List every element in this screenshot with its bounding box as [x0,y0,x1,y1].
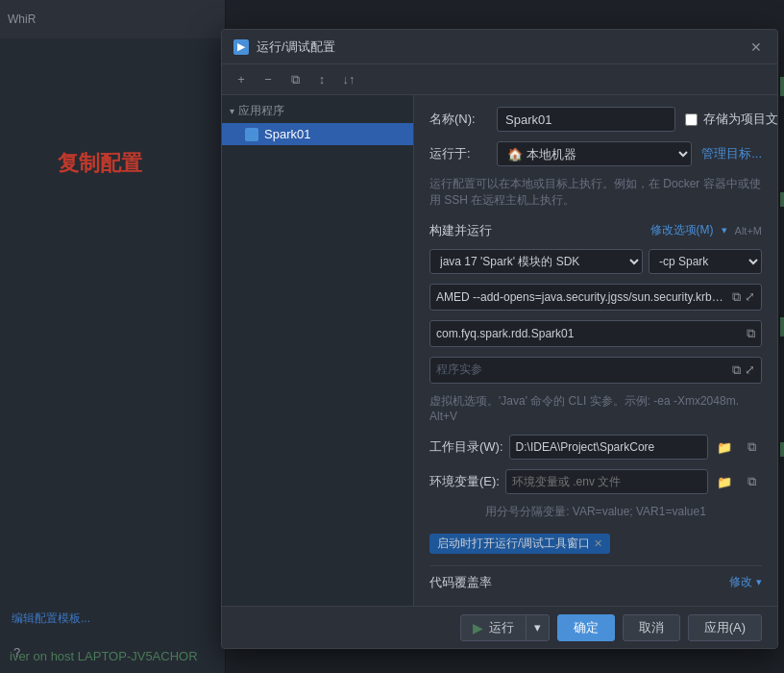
run-on-select[interactable]: 🏠 本地机器 [497,141,692,166]
sdk-classpath-row: java 17 'Spark' 模块的 SDK -cp Spark [429,249,762,274]
run-debug-dialog: ▶ 运行/调试配置 ✕ + − ⧉ ↕ ↓↑ ▾ 应用程序 Spark01 [221,29,778,649]
coverage-title: 代码覆盖率 [429,574,492,591]
copy-config-button[interactable]: ⧉ [283,68,306,91]
edit-template-link[interactable]: 编辑配置模板... [12,611,90,627]
modify-options-shortcut: Alt+M [735,225,762,237]
work-dir-row: 工作目录(W): 📁 ⧉ [429,435,762,460]
open-tools-chip: 启动时打开运行/调试工具窗口 ✕ [429,534,610,554]
save-to-file-row: 存储为项目文件(S) 🔍 [685,111,777,128]
vm-args-row[interactable]: AMED --add-opens=java.security.jgss/sun.… [429,284,762,311]
tree-item-icon [245,128,258,141]
green-bar-2 [780,192,784,207]
open-tools-row: 启动时打开运行/调试工具窗口 ✕ [429,534,762,554]
green-bar-4 [780,442,784,457]
save-to-file-label: 存储为项目文件(S) [703,111,777,128]
sort-config-button[interactable]: ↕ [310,68,333,91]
program-args-expand-icon[interactable]: ⤢ [745,362,755,377]
filter-config-button[interactable]: ↓↑ [337,68,360,91]
remove-config-button[interactable]: − [257,68,280,91]
run-button[interactable]: ▶ 运行 ▾ [460,614,550,641]
green-bar-3 [780,317,784,336]
ide-sidebar: WhiR 复制配置 [0,0,226,673]
env-vars-row: 环境变量(E): 📁 ⧉ [429,469,762,494]
run-dropdown-button[interactable]: ▾ [527,615,549,640]
work-dir-label: 工作目录(W): [429,438,503,456]
dialog-titlebar: ▶ 运行/调试配置 ✕ [222,30,777,64]
green-bar-1 [780,77,784,96]
main-class-row[interactable]: com.fyq.spark.rdd.Spark01 ⧉ [429,320,762,347]
add-config-button[interactable]: + [230,68,253,91]
build-section-title: 构建并运行 [429,222,492,239]
modify-options-link[interactable]: 修改选项(M) [650,222,714,238]
modify-options-chevron: ▾ [722,224,727,237]
tree-item-label: Spark01 [264,127,310,141]
name-input[interactable] [497,107,675,132]
tree-item-spark01[interactable]: Spark01 [222,123,413,145]
run-dropdown-chevron: ▾ [534,620,541,635]
sdk-select[interactable]: java 17 'Spark' 模块的 SDK [429,249,643,274]
name-label: 名称(N): [429,111,487,128]
work-dir-folder-icon[interactable]: 📁 [714,436,735,458]
tree-group-label: 应用程序 [238,103,284,119]
coverage-modify-link[interactable]: 修改 [729,574,752,590]
run-label: 运行 [489,619,514,636]
dialog-body: ▾ 应用程序 Spark01 名称(N): 存储为项目文件(S) 🔍 [222,95,777,606]
main-class-copy-icon[interactable]: ⧉ [747,326,755,341]
dialog-toolbar: + − ⧉ ↕ ↓↑ [222,64,777,95]
work-dir-input[interactable] [509,435,708,460]
help-question[interactable]: ? [13,645,20,660]
run-main-area[interactable]: ▶ 运行 [461,615,527,640]
dialog-footer: ▶ 运行 ▾ 确定 取消 应用(A) [222,606,777,648]
coverage-chevron: ▾ [756,576,762,588]
env-hint-text: 用分号分隔变量: VAR=value; VAR1=value1 [429,504,762,520]
save-to-file-checkbox[interactable] [685,113,698,126]
env-vars-label: 环境变量(E): [429,473,500,490]
dialog-title-text: 运行/调试配置 [257,38,747,56]
manage-targets-link[interactable]: 管理目标... [701,145,762,162]
dialog-title-icon: ▶ [233,39,249,55]
open-tools-label: 启动时打开运行/调试工具窗口 [437,536,590,552]
cancel-button[interactable]: 取消 [623,614,680,641]
classpath-select[interactable]: -cp Spark [649,249,762,274]
sidebar-header: WhiR [0,0,225,38]
build-section-header: 构建并运行 修改选项(M) ▾ Alt+M [429,222,762,239]
coverage-header: 代码覆盖率 修改 ▾ [429,565,762,591]
sidebar-title: WhiR [8,12,36,26]
work-dir-copy-icon[interactable]: ⧉ [741,436,762,458]
env-folder-icon[interactable]: 📁 [714,471,735,492]
config-panel: 名称(N): 存储为项目文件(S) 🔍 运行于: 🏠 本地机器 管理目标... … [414,95,777,606]
run-on-label: 运行于: [429,145,487,162]
env-vars-input[interactable] [505,469,708,494]
run-on-hint: 运行配置可以在本地或目标上执行。例如，在 Docker 容器中或使用 SSH 在… [429,176,762,209]
run-triangle-icon: ▶ [473,620,483,636]
env-copy-icon[interactable]: ⧉ [741,471,762,492]
tree-group-arrow: ▾ [230,106,234,116]
vm-hint-text: 虚拟机选项。'Java' 命令的 CLI 实参。示例: -ea -Xmx2048… [429,393,762,426]
vm-args-container: ➜ AMED --add-opens=java.security.jgss/su… [429,284,762,311]
apply-button[interactable]: 应用(A) [688,614,762,641]
tree-panel: ▾ 应用程序 Spark01 [222,95,414,606]
program-args-row[interactable]: 程序实参 ⧉ ⤢ [429,357,762,384]
copy-config-text: 复制配置 [58,149,142,178]
program-args-copy-icon[interactable]: ⧉ [732,362,741,378]
tree-group-apps[interactable]: ▾ 应用程序 [222,99,413,123]
ide-bottom-text: iver on host LAPTOP-JV5ACHOR [0,649,784,663]
program-args-placeholder: 程序实参 [436,361,728,378]
run-on-row: 运行于: 🏠 本地机器 管理目标... [429,141,762,166]
vm-args-copy-icon[interactable]: ⧉ [732,289,741,305]
dialog-close-button[interactable]: ✕ [747,37,766,57]
main-class-text: com.fyq.spark.rdd.Spark01 [436,327,743,340]
confirm-button[interactable]: 确定 [557,614,615,641]
open-tools-close-icon[interactable]: ✕ [594,537,602,550]
name-row: 名称(N): 存储为项目文件(S) 🔍 [429,107,762,132]
vm-args-expand-icon[interactable]: ⤢ [745,289,755,304]
vm-args-text: AMED --add-opens=java.security.jgss/sun.… [436,290,728,304]
